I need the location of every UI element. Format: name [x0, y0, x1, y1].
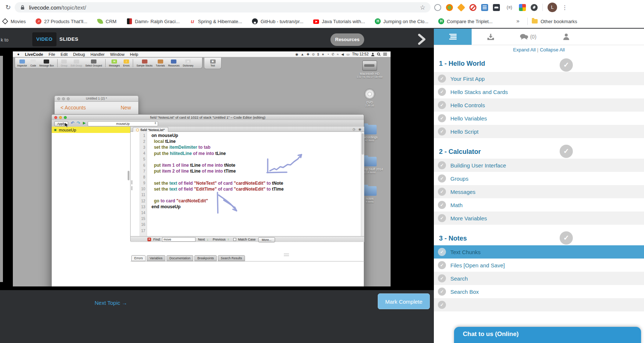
toolbar-group[interactable]: Group	[61, 59, 67, 67]
sidebar-item-groups[interactable]: Groups	[434, 172, 644, 185]
menu-livecode[interactable]: LiveCode	[25, 52, 43, 57]
resources-button[interactable]: Resources	[330, 33, 364, 46]
handler-dropdown[interactable]: mouseUp⇕	[88, 121, 158, 126]
bookmark-compare-the-triplet[interactable]: Compare the Triplet...	[438, 18, 493, 24]
sidebar-item-search-box[interactable]: Search Box	[434, 285, 644, 298]
sidebar-item-your-first-app[interactable]: Your First App	[434, 72, 644, 85]
dark-mode-extension-icon[interactable]	[531, 4, 538, 11]
tab-video[interactable]: VIDEO	[32, 32, 56, 46]
handler-item[interactable]: ▣mouseUp	[52, 127, 130, 133]
menu-edit[interactable]: Edit	[61, 52, 67, 57]
sidebar-item-hello-stacks-and-cards[interactable]: Hello Stacks and Cards	[434, 85, 644, 98]
bookmark-movies[interactable]: Movies	[2, 18, 26, 24]
tab-breakpoints[interactable]: Breakpoints	[194, 255, 217, 261]
bookmark-27-products-that-ll[interactable]: 27 Products That'll...	[36, 18, 87, 24]
code-line[interactable]: 14	[131, 210, 364, 216]
sidebar-item-search[interactable]: Search	[434, 272, 644, 285]
find-previous-button[interactable]: Previous	[213, 238, 226, 241]
bookmark-jumping-on-the-clo[interactable]: Jumping on the Clo...	[375, 18, 428, 24]
list-icon[interactable]	[383, 53, 387, 56]
browser-menu-icon[interactable]: ⋮	[562, 4, 568, 11]
other-bookmarks-button[interactable]: Other bookmarks	[532, 15, 644, 28]
sidebar-item-partial[interactable]	[434, 298, 644, 311]
sidebar-item-building-user-interface[interactable]: Building User Interface	[434, 159, 644, 172]
window-titlebar[interactable]: field "NotesList" of card id 1022 of sta…	[52, 115, 364, 120]
sidebar-item-hello-script[interactable]: Hello Script	[434, 125, 644, 138]
tab-profile[interactable]	[547, 29, 585, 45]
back-link-partial[interactable]: k to	[1, 37, 8, 43]
menu-file[interactable]: File	[49, 52, 55, 57]
bookmark-github-tuvtran-pr[interactable]: GitHub - tuvtran/pr...	[252, 18, 303, 24]
redo-icon[interactable]: ↷	[77, 120, 80, 126]
tab-errors[interactable]: Errors	[131, 255, 146, 261]
profile-avatar[interactable]: L	[548, 3, 557, 12]
code-line[interactable]: 1on mouseUp	[131, 133, 364, 138]
mark-complete-button[interactable]: Mark Complete	[378, 293, 430, 309]
toolbar-message-box[interactable]: Message Box	[39, 59, 54, 67]
tab-slides[interactable]: SLIDES	[58, 32, 80, 46]
code-line[interactable]: 12 go to card "cardNoteEdit"	[131, 198, 364, 204]
code-area[interactable]: 1on mouseUp2 local tLine3 set the itemDe…	[131, 132, 364, 236]
chat-widget-button[interactable]: Chat to us (Online)	[454, 327, 641, 343]
code-line[interactable]: 6 put item 1 of line tLine of me into tN…	[131, 162, 364, 168]
next-topic-link[interactable]: Next Topic →	[95, 300, 127, 306]
more-button[interactable]: More...	[258, 237, 275, 242]
zoom-icon[interactable]	[64, 116, 67, 119]
run-icon[interactable]: ▶	[83, 121, 86, 125]
tab-variables[interactable]: Variables	[147, 255, 165, 261]
code-line[interactable]: 10 set the text of field "EditTime" of c…	[131, 186, 364, 192]
bookmark-java-tutorials-with[interactable]: Java Tutorials with...	[313, 19, 365, 24]
new-button[interactable]: New	[121, 105, 131, 111]
find-next-button[interactable]: Next	[198, 238, 205, 241]
sidebar-item-math[interactable]: Math	[434, 198, 644, 212]
toolbar-errors[interactable]: !Errors	[123, 59, 130, 67]
bookmark-spring-hibernate[interactable]: Spring & Hibernate...	[190, 18, 242, 24]
bookmark-crm[interactable]: CRM	[97, 18, 117, 24]
apple-menu-icon[interactable]: ●	[17, 52, 19, 56]
sidebar-item-files-open-and-save[interactable]: Files [Open and Save]	[434, 259, 644, 272]
scrollbar-thumb[interactable]	[362, 133, 364, 155]
sidebar-item-hello-controls[interactable]: Hello Controls	[434, 98, 644, 112]
code-line[interactable]: 8	[131, 174, 364, 180]
chevron-right-icon[interactable]	[417, 34, 426, 45]
script-tab[interactable]: field "NotesList"	[133, 127, 168, 132]
palette-extension-icon[interactable]	[519, 4, 526, 11]
sidebar-item-hello-variables[interactable]: Hello Variables	[434, 112, 644, 125]
bookmark-star-icon[interactable]: ☆	[420, 4, 425, 11]
blocker-extension-icon[interactable]	[469, 4, 476, 11]
toolbar-tutorials[interactable]: Tutorials	[156, 59, 165, 67]
scrollbar[interactable]	[361, 132, 364, 236]
code-line[interactable]: 17	[131, 228, 364, 234]
close-icon[interactable]	[54, 116, 57, 119]
collapse-all-link[interactable]: Collapse All	[540, 47, 565, 53]
sidebar-item-text-chunks[interactable]: Text Chunks	[434, 245, 644, 259]
code-line[interactable]: 3 set the itemDelimiter to tab	[131, 144, 364, 150]
stats-extension-icon[interactable]	[481, 4, 488, 11]
find-input[interactable]: move	[162, 237, 195, 242]
reader-extension-icon[interactable]: (≡)	[505, 4, 514, 11]
minimize-icon[interactable]	[59, 116, 62, 119]
toolbar-resources[interactable]: Resources	[168, 59, 179, 67]
code-line[interactable]: 5	[131, 156, 364, 162]
accounts-back-link[interactable]: < Accounts	[61, 105, 86, 111]
toolbar-test[interactable]: ✱ Test	[204, 58, 222, 69]
expand-all-link[interactable]: Expand All	[513, 47, 535, 53]
menu-handler[interactable]: Handler	[91, 52, 105, 57]
record-icon[interactable]: ◉	[358, 127, 361, 131]
toolbar-dictionary[interactable]: ADictionary	[183, 59, 193, 67]
code-line[interactable]: 13end mouseUp	[131, 204, 364, 210]
code-line[interactable]: 4 put the hilitedLine of me into tLine	[131, 151, 364, 156]
splitter-handle[interactable]	[284, 254, 289, 256]
sidebar-item-more-variables[interactable]: More Variables	[434, 212, 644, 225]
code-line[interactable]: 11	[131, 192, 364, 198]
code-line[interactable]: 2 local tLine	[131, 138, 364, 144]
tab-documentation[interactable]: Documentation	[167, 255, 193, 261]
window-controls[interactable]	[57, 97, 70, 100]
swirl-extension-icon[interactable]	[434, 4, 441, 11]
reload-icon[interactable]: ↻	[4, 3, 12, 12]
toolbar-code[interactable]: Code	[30, 59, 36, 67]
close-find-icon[interactable]: ✕	[147, 238, 151, 241]
tab-outline[interactable]	[434, 29, 472, 45]
diamond-extension-icon[interactable]	[457, 3, 465, 11]
tab-downloads[interactable]	[472, 29, 509, 45]
